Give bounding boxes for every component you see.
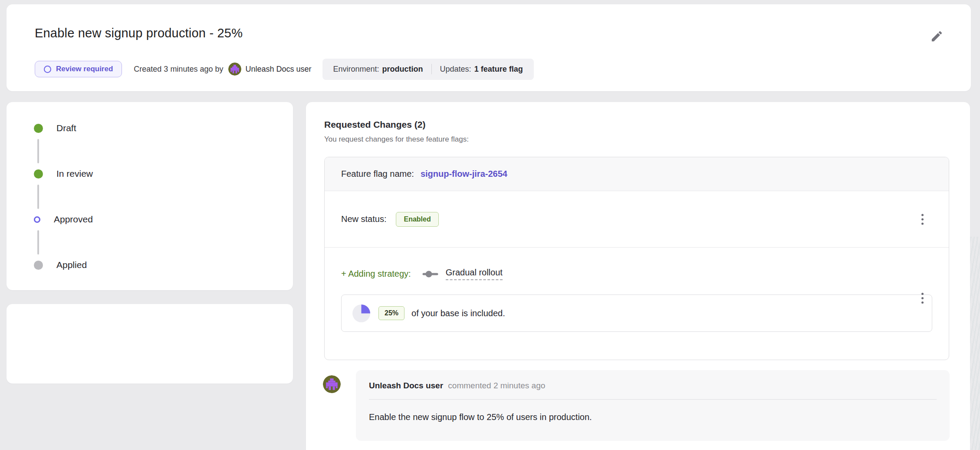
page-title: Enable new signup production - 25%	[35, 26, 243, 40]
change-card: Feature flag name: signup-flow-jira-2654…	[324, 157, 949, 360]
environment-label: Environment:	[333, 65, 379, 74]
kebab-menu-icon	[921, 214, 924, 216]
timeline-connector	[37, 139, 39, 163]
adding-strategy-label: + Adding strategy:	[341, 269, 411, 279]
comment-meta: commented 2 minutes ago	[448, 381, 545, 390]
stage-dot-done-icon	[34, 124, 43, 133]
timeline-connector	[37, 185, 39, 209]
timeline-stage-applied: Applied	[34, 260, 87, 270]
rollout-text: of your base is included.	[411, 308, 505, 318]
status-change-row: New status: Enabled	[325, 191, 949, 248]
comment-body: Enable the new signup flow to 25% of use…	[369, 412, 937, 422]
stage-label: Draft	[56, 123, 76, 133]
comment-author-avatar	[323, 375, 341, 393]
stage-dot-done-icon	[34, 169, 43, 179]
status-kebab-menu-button[interactable]	[918, 210, 927, 228]
robot-avatar-icon	[228, 63, 241, 76]
pencil-icon	[930, 30, 944, 43]
author-name: Unleash Docs user	[245, 65, 311, 74]
requested-changes-title: Requested Changes (2)	[324, 119, 425, 130]
environment-chip: Environment: production Updates: 1 featu…	[322, 59, 534, 80]
flag-name-link[interactable]: signup-flow-jira-2654	[421, 169, 507, 179]
strategy-name-link[interactable]: Gradual rollout	[446, 268, 503, 280]
rollout-percentage-badge: 25%	[378, 306, 404, 320]
stage-dot-current-icon	[34, 216, 40, 223]
reviewers-card: Reviewers(0/1 required) No approvals yet	[7, 304, 293, 384]
strategy-kebab-menu-button[interactable]	[918, 289, 927, 307]
header-meta-row: Review required Created 3 minutes ago by…	[35, 58, 534, 80]
edit-button[interactable]	[927, 27, 946, 45]
stage-label: In review	[56, 169, 93, 179]
strategy-header: + Adding strategy: Gradual rollout	[341, 268, 932, 280]
review-required-badge: Review required	[35, 61, 122, 77]
created-text: Created 3 minutes ago by	[134, 65, 223, 74]
timeline-card: Draft In review Approved Applied	[7, 102, 293, 290]
flag-name-label: Feature flag name:	[341, 169, 414, 179]
stage-label: Approved	[54, 214, 93, 225]
stage-label: Applied	[56, 260, 87, 270]
enabled-badge: Enabled	[396, 212, 438, 227]
timeline-stage-in-review: In review	[34, 169, 93, 179]
pie-chart-icon	[351, 303, 372, 324]
author-avatar	[228, 63, 241, 76]
stage-dot-pending-icon	[34, 261, 43, 270]
new-status-label: New status:	[341, 214, 386, 224]
environment-value: production	[382, 65, 423, 74]
kebab-menu-icon	[921, 293, 924, 295]
timeline-stage-approved: Approved	[34, 214, 93, 225]
flag-header: Feature flag name: signup-flow-jira-2654	[325, 157, 949, 191]
robot-avatar-icon	[323, 375, 341, 393]
strategy-change-section: + Adding strategy: Gradual rollout	[325, 268, 949, 332]
comment-author-name: Unleash Docs user	[369, 381, 443, 390]
review-required-label: Review required	[56, 65, 113, 73]
comment-header: Unleash Docs user commented 2 minutes ag…	[369, 381, 937, 390]
header-card: Enable new signup production - 25% Revie…	[7, 4, 971, 91]
rollout-slider-icon	[422, 271, 438, 278]
updates-label: Updates:	[440, 65, 471, 74]
rollout-summary-box: 25% of your base is included.	[341, 294, 932, 332]
comment-card: Unleash Docs user commented 2 minutes ag…	[356, 370, 950, 441]
background-texture	[970, 237, 980, 450]
timeline-stage-draft: Draft	[34, 123, 76, 133]
requested-changes-subtitle: You request changes for these feature fl…	[324, 135, 469, 144]
ring-icon	[44, 66, 51, 73]
change-request-page: Enable new signup production - 25% Revie…	[0, 0, 980, 450]
timeline-connector	[37, 230, 39, 255]
comment-divider	[369, 399, 937, 400]
chip-divider	[431, 64, 432, 74]
updates-value: 1 feature flag	[474, 65, 523, 74]
requested-changes-panel: Requested Changes (2) You request change…	[306, 102, 970, 450]
